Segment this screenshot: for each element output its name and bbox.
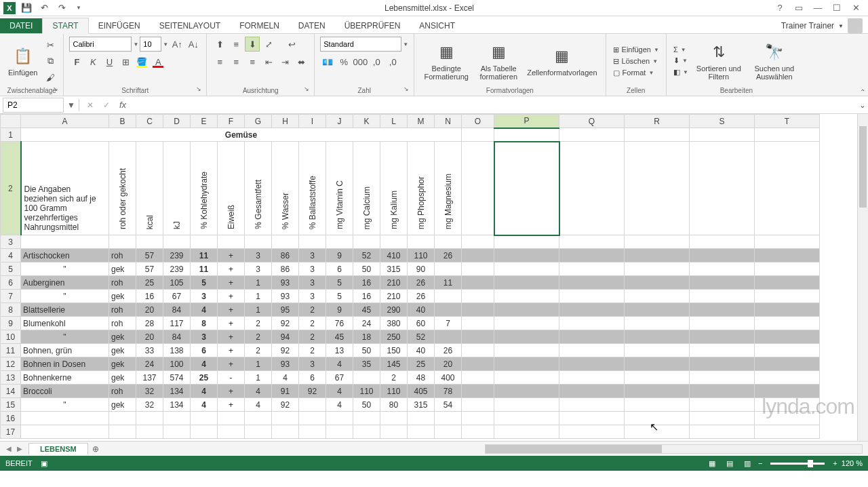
font-color-button[interactable]: A xyxy=(151,54,165,69)
align-right-button[interactable]: ≡ xyxy=(245,54,260,69)
data-cell[interactable]: 48 xyxy=(408,371,435,385)
data-cell[interactable]: 16 xyxy=(136,290,163,303)
data-cell[interactable]: Broccoli xyxy=(21,385,109,398)
row-header[interactable]: 9 xyxy=(1,317,21,330)
column-header[interactable]: S xyxy=(690,115,755,128)
data-cell[interactable]: 2 xyxy=(380,371,408,385)
account-menu[interactable]: Trainer Trainer ▼ xyxy=(781,18,863,33)
delete-cells-button[interactable]: ⊟Löschen▼ xyxy=(612,56,660,66)
data-cell[interactable]: + xyxy=(218,385,245,398)
select-all-corner[interactable] xyxy=(1,115,21,128)
horizontal-scrollbar[interactable] xyxy=(485,444,863,454)
data-cell[interactable]: 210 xyxy=(380,290,408,303)
font-size-combo[interactable]: 10 xyxy=(140,37,161,52)
data-cell[interactable]: 80 xyxy=(380,398,408,412)
data-cell[interactable]: Auberginen xyxy=(21,276,109,290)
data-cell[interactable]: 57 xyxy=(136,249,163,262)
data-cell[interactable]: 86 xyxy=(272,262,299,276)
collapse-ribbon-icon[interactable]: ⌃ xyxy=(860,88,865,96)
data-cell[interactable]: 4 xyxy=(191,385,218,398)
data-cell[interactable]: 2 xyxy=(299,330,326,344)
row-header[interactable]: 4 xyxy=(1,249,21,262)
redo-icon[interactable]: ↷ xyxy=(54,1,69,16)
data-cell[interactable]: 52 xyxy=(408,330,435,344)
zoom-slider[interactable] xyxy=(770,463,825,465)
data-cell[interactable]: 2 xyxy=(299,303,326,317)
data-cell[interactable]: gek xyxy=(109,357,136,371)
data-cell[interactable]: roh xyxy=(109,303,136,317)
data-cell[interactable]: 94 xyxy=(272,330,299,344)
row-header[interactable]: 3 xyxy=(1,235,21,249)
paste-button[interactable]: 📋 Einfügen xyxy=(5,44,40,78)
copy-button[interactable]: ⧉ xyxy=(43,54,58,69)
data-cell[interactable]: + xyxy=(218,398,245,412)
data-cell[interactable]: kcal xyxy=(136,142,163,235)
minimize-icon[interactable]: — xyxy=(811,1,825,15)
data-cell[interactable]: 92 xyxy=(272,344,299,357)
row-header[interactable]: 13 xyxy=(1,371,21,385)
data-cell[interactable]: % Kohlehydrate xyxy=(191,142,218,235)
data-cell[interactable]: 26 xyxy=(435,344,462,357)
data-cell[interactable]: + xyxy=(218,303,245,317)
data-cell[interactable]: 3 xyxy=(245,262,272,276)
data-cell[interactable]: 4 xyxy=(326,385,353,398)
align-bottom-button[interactable]: ⬇ xyxy=(245,37,260,52)
data-cell[interactable]: 92 xyxy=(272,398,299,412)
data-cell[interactable]: mg Magnesium xyxy=(435,142,462,235)
row-header[interactable]: 5 xyxy=(1,262,21,276)
number-launcher-icon[interactable]: ↘ xyxy=(403,85,412,94)
data-cell[interactable]: 6 xyxy=(326,262,353,276)
data-cell[interactable]: % Ballaststoffe xyxy=(299,142,326,235)
data-cell[interactable]: 239 xyxy=(163,262,191,276)
data-cell[interactable]: 4 xyxy=(191,303,218,317)
data-cell[interactable]: 3 xyxy=(191,290,218,303)
title-cell[interactable]: Gemüse xyxy=(21,128,462,142)
data-cell[interactable]: 7 xyxy=(435,317,462,330)
data-cell[interactable]: 20 xyxy=(136,330,163,344)
wrap-text-button[interactable]: ↩ xyxy=(284,37,299,52)
data-cell[interactable]: 84 xyxy=(163,303,191,317)
data-cell[interactable]: 150 xyxy=(380,344,408,357)
data-cell[interactable]: 315 xyxy=(408,398,435,412)
format-painter-button[interactable]: 🖌 xyxy=(43,70,58,85)
row-header[interactable]: 8 xyxy=(1,303,21,317)
alignment-launcher-icon[interactable]: ↘ xyxy=(304,85,312,94)
data-cell[interactable]: roh xyxy=(109,385,136,398)
row-header[interactable]: 1 xyxy=(1,128,21,142)
data-cell[interactable]: 105 xyxy=(163,276,191,290)
row-header[interactable]: 2 xyxy=(1,142,21,235)
tab-view[interactable]: ANSICHT xyxy=(410,18,465,33)
data-cell[interactable]: mg Calcium xyxy=(353,142,380,235)
column-header[interactable]: T xyxy=(755,115,820,128)
data-cell[interactable]: % Wasser xyxy=(272,142,299,235)
enter-formula-icon[interactable]: ✓ xyxy=(98,98,115,113)
column-header[interactable]: Q xyxy=(559,115,625,128)
data-cell[interactable]: 2 xyxy=(299,344,326,357)
data-cell[interactable]: 93 xyxy=(272,290,299,303)
add-sheet-button[interactable]: ⊕ xyxy=(88,442,103,456)
data-cell[interactable]: 3 xyxy=(299,357,326,371)
font-launcher-icon[interactable]: ↘ xyxy=(196,85,204,94)
thousands-button[interactable]: 000 xyxy=(353,54,368,69)
tab-formulas[interactable]: FORMELN xyxy=(230,18,289,33)
data-cell[interactable]: 40 xyxy=(408,303,435,317)
data-cell[interactable]: + xyxy=(218,357,245,371)
data-cell[interactable]: 26 xyxy=(408,290,435,303)
data-cell[interactable]: gek xyxy=(109,290,136,303)
data-cell[interactable]: 110 xyxy=(353,385,380,398)
data-cell[interactable]: 1 xyxy=(245,357,272,371)
data-cell[interactable]: kJ xyxy=(163,142,191,235)
data-cell[interactable] xyxy=(435,330,462,344)
row-header[interactable]: 10 xyxy=(1,330,21,344)
row-header[interactable]: 7 xyxy=(1,290,21,303)
data-cell[interactable]: 54 xyxy=(435,398,462,412)
row-header[interactable]: 6 xyxy=(1,276,21,290)
data-cell[interactable]: 50 xyxy=(353,262,380,276)
tab-file[interactable]: DATEI xyxy=(0,18,42,33)
zoom-level[interactable]: 120 % xyxy=(842,459,863,467)
data-cell[interactable]: 25 xyxy=(191,371,218,385)
column-header[interactable]: D xyxy=(163,115,191,128)
data-cell[interactable]: 5 xyxy=(326,290,353,303)
data-cell[interactable]: 138 xyxy=(163,344,191,357)
data-cell[interactable]: 137 xyxy=(136,371,163,385)
